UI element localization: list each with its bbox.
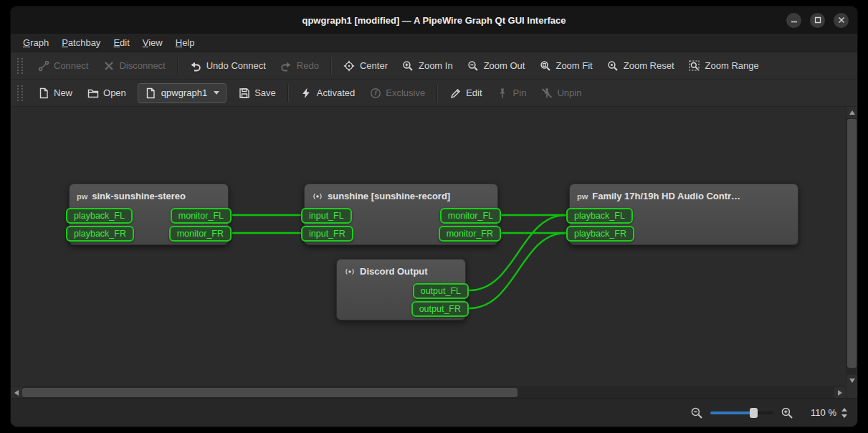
minimize-button[interactable]: [786, 13, 801, 28]
port-family-playback-fl[interactable]: playback_FL: [566, 208, 633, 224]
window-controls: [786, 6, 849, 34]
scroll-right-arrow[interactable]: [834, 387, 846, 398]
activated-button[interactable]: Activated: [294, 82, 361, 104]
horizontal-scroll-thumb[interactable]: [22, 388, 518, 397]
vertical-scrollbar[interactable]: [846, 107, 857, 386]
node-sunshine[interactable]: sunshine [sunshine-record] input_FL moni…: [304, 184, 498, 245]
port-sunshine-input-fl[interactable]: input_FL: [301, 208, 352, 224]
down-triangle-icon: [849, 379, 855, 383]
right-triangle-icon: [838, 390, 842, 396]
edit-pencil-icon: [449, 87, 462, 99]
pin-button[interactable]: Pin: [490, 82, 533, 104]
horizontal-scroll-track[interactable]: [22, 387, 834, 398]
maximize-button[interactable]: [810, 13, 825, 28]
disconnect-button[interactable]: Disconnect: [96, 55, 171, 77]
exclusive-icon: f: [369, 87, 381, 99]
zoom-out-button[interactable]: Zoom Out: [461, 55, 532, 77]
zoom-reset-button[interactable]: Zoom Reset: [601, 55, 681, 77]
open-folder-icon: [87, 87, 99, 99]
scroll-down-arrow[interactable]: [846, 375, 857, 386]
save-icon: [238, 87, 250, 99]
graph-canvas[interactable]: pw sink-sunshine-stereo playback_FL moni…: [11, 107, 846, 386]
node-title: Family 17h/19h HD Audio Contr…: [592, 191, 740, 201]
scrollbar-corner: [846, 386, 857, 398]
save-button[interactable]: Save: [232, 82, 282, 104]
unpin-icon: [540, 87, 553, 99]
menu-view[interactable]: View: [136, 34, 169, 52]
connect-icon: [37, 60, 49, 72]
port-sunshine-monitor-fl[interactable]: monitor_FL: [440, 208, 501, 224]
open-label: Open: [103, 87, 126, 98]
edit-button[interactable]: Edit: [443, 82, 488, 104]
save-label: Save: [254, 87, 276, 98]
undo-connect-button[interactable]: Undo Connect: [183, 55, 272, 77]
vertical-scroll-track[interactable]: [846, 118, 857, 375]
zoom-in-button[interactable]: Zoom In: [396, 55, 459, 77]
pin-label: Pin: [513, 87, 527, 98]
horizontal-scrollbar[interactable]: [11, 386, 846, 398]
left-triangle-icon: [14, 390, 19, 396]
patchbay-combobox[interactable]: qpwgraph1: [138, 83, 226, 103]
spin-up-arrow[interactable]: [841, 408, 847, 411]
toolbar-handle[interactable]: [17, 85, 23, 101]
chevron-down-icon: [214, 91, 219, 95]
port-sink-monitor-fr[interactable]: monitor_FR: [169, 226, 232, 242]
zoom-fit-button[interactable]: Zoom Fit: [533, 55, 598, 77]
new-file-icon: [37, 87, 49, 99]
port-discord-output-fl[interactable]: output_FL: [413, 283, 469, 299]
toolbar-file: New Open qpwgraph1 Save Act: [11, 80, 857, 107]
scroll-left-arrow[interactable]: [11, 387, 22, 398]
port-sunshine-monitor-fr[interactable]: monitor_FR: [439, 226, 501, 242]
undo-icon: [190, 60, 202, 72]
scroll-up-arrow[interactable]: [846, 107, 857, 118]
zoom-slider-handle[interactable]: [750, 408, 758, 418]
port-sink-playback-fl[interactable]: playback_FL: [66, 208, 133, 224]
menu-help[interactable]: Help: [169, 34, 201, 52]
menubar: Graph Patchbay Edit View Help: [11, 34, 857, 52]
titlebar[interactable]: qpwgraph1 [modified] — A PipeWire Graph …: [11, 6, 857, 34]
new-button[interactable]: New: [31, 82, 79, 104]
close-button[interactable]: [834, 13, 849, 28]
node-title: sink-sunshine-stereo: [92, 191, 186, 201]
node-sink-sunshine-stereo[interactable]: pw sink-sunshine-stereo playback_FL moni…: [69, 184, 229, 245]
zoom-range-button[interactable]: Zoom Range: [682, 55, 766, 77]
node-discord-output[interactable]: Discord Output output_FL output_FR: [336, 259, 466, 320]
menu-graph[interactable]: Graph: [16, 34, 55, 52]
minimize-icon: [791, 16, 798, 24]
spin-down-arrow[interactable]: [841, 414, 847, 418]
node-family-hd-audio[interactable]: pw Family 17h/19h HD Audio Contr… playba…: [569, 184, 798, 245]
zoom-fit-label: Zoom Fit: [555, 60, 592, 71]
redo-button[interactable]: Redo: [274, 55, 325, 77]
redo-label: Redo: [297, 60, 319, 71]
zoom-spinbox[interactable]: 110 %: [811, 407, 847, 418]
maximize-icon: [814, 16, 821, 24]
zoom-slider[interactable]: [710, 407, 773, 419]
port-family-playback-fr[interactable]: playback_FR: [566, 226, 634, 242]
port-discord-output-fr[interactable]: output_FR: [411, 301, 469, 317]
node-header: sunshine [sunshine-record]: [305, 184, 497, 208]
center-button[interactable]: Center: [337, 55, 394, 77]
toolbar-handle[interactable]: [17, 58, 23, 74]
pin-icon: [497, 87, 509, 99]
connect-button[interactable]: Connect: [31, 55, 95, 77]
open-button[interactable]: Open: [80, 82, 133, 104]
pipewire-icon: pw: [577, 192, 588, 201]
patchbay-file-icon: [145, 87, 157, 99]
toolbar-edit: Connect Disconnect Undo Connect Redo: [11, 52, 857, 80]
zoom-range-label: Zoom Range: [705, 60, 759, 71]
content-area: pw sink-sunshine-stereo playback_FL moni…: [11, 107, 857, 398]
vertical-scroll-thumb[interactable]: [847, 119, 857, 368]
exclusive-button[interactable]: f Exclusive: [363, 82, 431, 104]
menu-patchbay[interactable]: Patchbay: [55, 34, 107, 52]
menu-edit[interactable]: Edit: [107, 34, 135, 52]
center-label: Center: [360, 60, 388, 71]
unpin-button[interactable]: Unpin: [534, 82, 588, 104]
port-sunshine-input-fr[interactable]: input_FR: [301, 226, 353, 242]
zoom-value: 110 %: [811, 407, 836, 418]
port-sink-playback-fr[interactable]: playback_FR: [66, 226, 134, 242]
redo-icon: [280, 60, 292, 72]
window-title: qpwgraph1 [modified] — A PipeWire Graph …: [302, 15, 566, 26]
port-sink-monitor-fl[interactable]: monitor_FL: [171, 208, 232, 224]
zoom-reset-icon: [607, 60, 619, 72]
zoom-out-icon: [467, 60, 480, 72]
